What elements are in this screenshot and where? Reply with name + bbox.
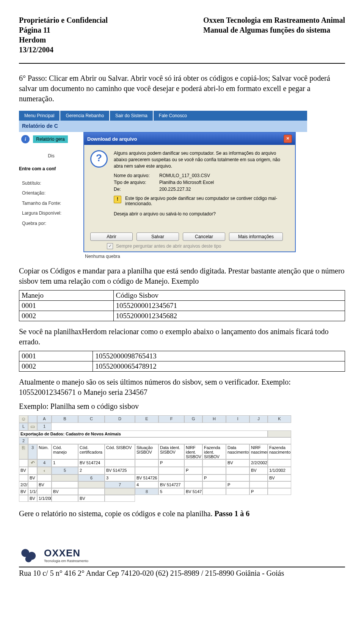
excel-field-header: Situação SISBOV [135,444,158,459]
logo-icon [19,545,40,564]
icon-slot: ‹ [37,467,52,474]
field-orientacao: Orientação: [22,188,83,198]
col-header: F [158,415,184,423]
filetype-value: Planilha do Microsoft Excel [159,180,214,185]
menu-principal[interactable]: Menu Principal [19,111,60,121]
example-table-correct: ManejoCódigo Sisbov 00011055200001234567… [19,290,345,321]
menu-gerencia-rebanho[interactable]: Gerencia Rebanho [60,111,110,121]
more-info-button[interactable]: Mais informações [229,232,283,241]
excel-cell [28,481,37,488]
excel-cell: BV 514726 [135,474,158,481]
excel-cell: BV [28,495,37,502]
report-label: Relatório gera [33,135,67,143]
icon-slot [52,474,78,481]
excel-cell: 1/1/2002 [28,488,37,495]
new-icon: ▭ [28,423,37,430]
excel-cell [268,459,291,467]
excel-cell [184,459,202,467]
row-header: 4 [37,459,52,467]
excel-field-header: NIRF ident. SISBOV [184,444,202,459]
smiley-icon: ☺ [19,415,28,423]
excel-cell: 3 [105,474,135,481]
from-label: De: [114,187,159,192]
logo-name: OXXEN [44,547,88,559]
col-header: I [226,415,249,423]
menu-sair[interactable]: Sair do Sistema [110,111,154,121]
menu-fale-conosco[interactable]: Fale Conosco [154,111,192,121]
field-quebra: Quebra por: [22,218,83,228]
table-row: 0001 [19,351,93,361]
filename-value: ROMULO_117_003.CSV [159,173,210,178]
section-title: Relatório de C [19,121,61,132]
copy-codes-text: Copiar os Códigos e mandar para a planil… [19,266,345,286]
excel-cell: P [249,488,268,495]
col-header: D [105,415,135,423]
always-ask-checkbox[interactable]: ✓ [107,243,113,249]
excel-field-header: Cód. certificadora [78,444,105,459]
corner-cell [28,415,37,423]
close-icon[interactable]: × [284,135,292,143]
header-right: Oxxen Tecnologia em Rastreamento Animal … [203,15,345,55]
excel-cell [249,474,268,481]
cancel-button[interactable]: Cancelar [183,232,225,241]
icon-slot [78,481,105,488]
row-header: 7 [105,481,135,488]
col-header: K [268,415,291,423]
col-header: G [184,415,202,423]
row-header: 5 [52,467,78,474]
always-ask-label: Sempre perguntar antes de abrir arquivos… [116,243,221,249]
excel-cell: P [158,459,184,467]
table-row: 10552000098765413 [93,351,345,361]
table-row: 10552000012345671 [113,301,345,311]
header-left: Proprietário e Confidencial Página 11 He… [19,15,108,55]
excel-cell: BV [78,495,105,502]
exemplo-planilha-label: Exemplo: Planilha sem o código sisbov [19,401,345,412]
excel-cell: BV [19,467,28,474]
row-header: 2 [19,437,28,444]
copy-icon: ⎘ [19,444,28,459]
excel-cell [202,467,226,474]
excel-cell [184,481,202,488]
excel-field-header: Data nascimento [226,444,249,459]
excel-field-header: Cód. manejo [52,444,78,459]
col-header: J [249,415,268,423]
example-table-wrong: 000110552000098765413 000210552000065478… [19,351,345,372]
icon-slot: ↶ [28,459,37,467]
from-value: 200.225.227.32 [159,187,191,192]
excel-field-header: Núm. [37,444,52,459]
excel-field-header: NIRF nascimento [249,444,268,459]
footer-divider [19,567,345,567]
row-header: 1 [37,423,52,430]
gere-text-pre: Gere o relatório no sistema, copie os có… [19,509,214,518]
dialog-message: Alguns arquivos podem danificar seu comp… [114,150,289,169]
excel-screenshot: ☺ABCDEFGHIJKL▭1Exportação de Dados: Cada… [19,415,345,502]
field-subtitulo: Subtítulo: [22,178,83,188]
excel-field-header: Data ident. SISBOV [158,444,184,459]
excel-cell: BV [37,481,52,488]
question-icon: ? [90,150,108,168]
excel-cell [202,481,226,488]
excel-cell: BV [52,488,78,495]
header-divider [19,63,345,64]
col-header: E [135,415,158,423]
excel-cell: 1 [52,459,78,467]
download-dialog: Download de arquivo × ? Alguns arquivos … [83,132,296,252]
excel-cell: BV 514724 [78,459,105,467]
excel-cell: BV [268,474,291,481]
field-largura: Largura Disponível: [22,208,83,218]
col-header: L [19,423,28,430]
filetype-label: Tipo de arquivo: [114,180,159,185]
excel-cell: P [202,474,226,481]
quebra-value: Nenhuma quebra [83,252,307,259]
table-row: 10552000065478912 [93,361,345,372]
excel-cell [19,474,28,481]
atualmente-text: Atualmente o manejo são os seis últimos … [19,377,345,397]
save-button[interactable]: Salvar [136,232,179,241]
excel-cell: 2/2/2002 [19,481,28,488]
excel-cell: BV [28,474,37,481]
open-button[interactable]: Abrir [90,232,133,241]
excel-cell: 5 [158,488,184,495]
excel-cell [105,459,135,467]
col-header: C [78,415,105,423]
confirm-label: Entre com a conf [19,159,83,171]
